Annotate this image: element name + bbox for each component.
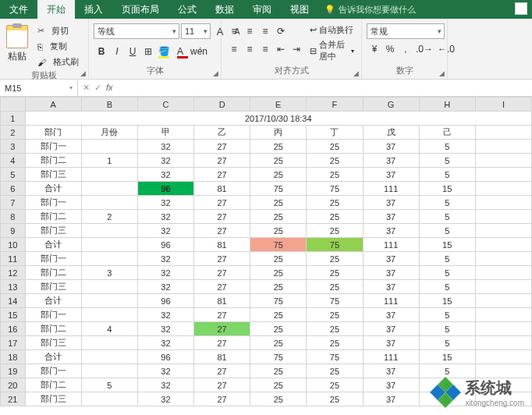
cell-9-F[interactable]: 25 — [307, 224, 363, 238]
cell-16-F[interactable]: 25 — [307, 322, 363, 336]
cell-7-C[interactable]: 32 — [137, 196, 193, 210]
number-launcher[interactable]: ◢ — [439, 69, 445, 77]
cell-14-B[interactable] — [81, 294, 137, 308]
cell-12-E[interactable]: 25 — [250, 266, 307, 280]
cell-16-H[interactable]: 5 — [419, 322, 475, 336]
cell-5-D[interactable]: 27 — [194, 168, 250, 182]
cell-18-D[interactable]: 81 — [194, 350, 250, 364]
cell-10-H[interactable]: 15 — [419, 238, 475, 252]
col-header-H[interactable]: H — [419, 98, 475, 112]
cell-10-I[interactable] — [475, 238, 531, 252]
font-launcher[interactable]: ◢ — [213, 69, 218, 77]
row-header-13[interactable]: 13 — [1, 280, 26, 294]
cell-17-B[interactable] — [81, 336, 137, 350]
cell-2-H[interactable]: 己 — [419, 126, 475, 140]
cell-21-F[interactable]: 25 — [307, 392, 363, 406]
cell-18-I[interactable] — [475, 350, 531, 364]
decrease-decimal-button[interactable]: ←.0 — [435, 41, 457, 57]
cell-9-C[interactable]: 32 — [137, 224, 193, 238]
cell-10-C[interactable]: 96 — [137, 238, 193, 252]
row-header-8[interactable]: 8 — [1, 210, 26, 224]
cell-10-G[interactable]: 111 — [363, 238, 419, 252]
cell-12-I[interactable] — [475, 266, 531, 280]
row-header-6[interactable]: 6 — [1, 182, 26, 196]
col-header-B[interactable]: B — [81, 98, 137, 112]
cell-7-H[interactable]: 5 — [419, 196, 475, 210]
cell-4-E[interactable]: 25 — [250, 154, 307, 168]
comma-button[interactable]: , — [398, 41, 413, 57]
enter-formula-button[interactable]: ✓ — [94, 83, 101, 93]
cell-19-C[interactable]: 32 — [137, 364, 193, 378]
cell-2-E[interactable]: 丙 — [250, 126, 307, 140]
cell-4-I[interactable] — [475, 154, 531, 168]
align-top-button[interactable]: ≡ — [226, 23, 242, 39]
row-header-7[interactable]: 7 — [1, 196, 26, 210]
cell-12-B[interactable]: 3 — [81, 266, 137, 280]
cell-17-E[interactable]: 25 — [250, 336, 307, 350]
cell-20-G[interactable]: 37 — [363, 378, 419, 392]
cell-3-D[interactable]: 27 — [194, 140, 250, 154]
cell-12-H[interactable]: 5 — [419, 266, 475, 280]
row-header-11[interactable]: 11 — [1, 252, 26, 266]
cell-3-F[interactable]: 25 — [307, 140, 363, 154]
cell-2-A[interactable]: 部门 — [25, 126, 81, 140]
cell-20-E[interactable]: 25 — [250, 378, 307, 392]
fill-color-button[interactable]: 🪣 — [156, 44, 172, 59]
cell-18-E[interactable]: 75 — [250, 350, 307, 364]
cell-11-E[interactable]: 25 — [250, 252, 307, 266]
cell-18-F[interactable]: 75 — [307, 350, 363, 364]
cell-3-I[interactable] — [475, 140, 531, 154]
cell-19-G[interactable]: 37 — [363, 364, 419, 378]
cell-15-D[interactable]: 27 — [194, 308, 250, 322]
cell-6-A[interactable]: 合计 — [25, 182, 81, 196]
cell-19-H[interactable]: 5 — [419, 364, 475, 378]
cell-2-B[interactable]: 月份 — [81, 126, 137, 140]
spreadsheet-grid[interactable]: ABCDEFGHI12017/10/30 18:342部门月份甲乙丙丁戊己3部门… — [0, 97, 532, 406]
cell-16-A[interactable]: 部门二 — [25, 322, 81, 336]
wrap-text-button[interactable]: ↩自动换行 — [307, 23, 356, 37]
row-header-16[interactable]: 16 — [1, 322, 26, 336]
cell-11-I[interactable] — [475, 252, 531, 266]
tab-data[interactable]: 数据 — [206, 0, 243, 20]
cell-7-G[interactable]: 37 — [363, 196, 419, 210]
cell-19-A[interactable]: 部门一 — [25, 364, 81, 378]
row-header-3[interactable]: 3 — [1, 140, 26, 154]
cell-21-B[interactable] — [81, 392, 137, 406]
row-header-18[interactable]: 18 — [1, 350, 26, 364]
cell-9-H[interactable]: 5 — [419, 224, 475, 238]
cell-6-G[interactable]: 111 — [363, 182, 419, 196]
cell-2-F[interactable]: 丁 — [307, 126, 363, 140]
cell-8-C[interactable]: 32 — [137, 210, 193, 224]
align-right-button[interactable]: ≡ — [257, 41, 273, 57]
cell-12-F[interactable]: 25 — [307, 266, 363, 280]
currency-button[interactable]: ¥ — [367, 41, 382, 57]
cell-20-F[interactable]: 25 — [307, 378, 363, 392]
cell-11-F[interactable]: 25 — [307, 252, 363, 266]
cell-21-E[interactable]: 25 — [250, 392, 307, 406]
col-header-I[interactable]: I — [475, 98, 531, 112]
cell-13-G[interactable]: 37 — [363, 280, 419, 294]
cell-10-E[interactable]: 75 — [250, 238, 307, 252]
cell-14-I[interactable] — [475, 294, 531, 308]
cell-7-D[interactable]: 27 — [194, 196, 250, 210]
cell-2-G[interactable]: 戊 — [363, 126, 419, 140]
cell-17-C[interactable]: 32 — [137, 336, 193, 350]
cell-17-H[interactable]: 5 — [419, 336, 475, 350]
name-box[interactable]: M15 — [0, 80, 78, 96]
row-header-2[interactable]: 2 — [1, 126, 26, 140]
cell-20-C[interactable]: 32 — [137, 378, 193, 392]
cell-8-A[interactable]: 部门二 — [25, 210, 81, 224]
cell-20-D[interactable]: 27 — [194, 378, 250, 392]
cell-21-G[interactable]: 37 — [363, 392, 419, 406]
cell-18-B[interactable] — [81, 350, 137, 364]
cell-14-D[interactable]: 81 — [194, 294, 250, 308]
cell-13-I[interactable] — [475, 280, 531, 294]
col-header-G[interactable]: G — [363, 98, 419, 112]
cell-12-C[interactable]: 32 — [137, 266, 193, 280]
font-color-button[interactable]: A — [172, 44, 188, 59]
cell-date-merged[interactable]: 2017/10/30 18:34 — [25, 112, 531, 126]
cell-21-A[interactable]: 部门三 — [25, 392, 81, 406]
cell-14-A[interactable]: 合计 — [25, 294, 81, 308]
cell-16-B[interactable]: 4 — [81, 322, 137, 336]
cell-21-D[interactable]: 27 — [194, 392, 250, 406]
